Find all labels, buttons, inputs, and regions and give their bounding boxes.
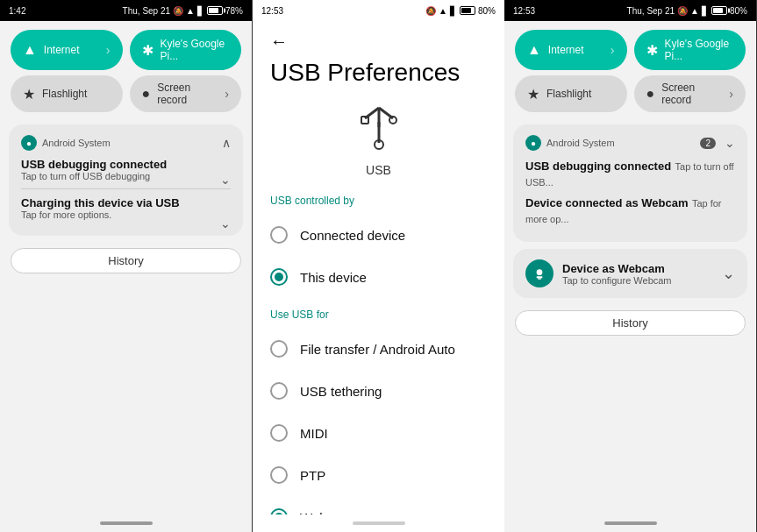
usb-content: ← USB Preferences USB USB controlled by	[253, 21, 504, 514]
left-tile-screenrecord[interactable]: ● Screen record ›	[130, 75, 242, 112]
left-history-button[interactable]: History	[11, 248, 241, 273]
right-history-button[interactable]: History	[515, 310, 746, 336]
radio-outer-file	[270, 340, 288, 358]
radio-outer-ptp	[270, 466, 288, 484]
radio-ptp[interactable]: PTP	[270, 454, 487, 496]
radio-usb-tethering[interactable]: USB tethering	[270, 370, 487, 412]
bluetooth-icon: ✱	[142, 42, 154, 59]
right-tile-screenrecord[interactable]: ● Screen record ›	[634, 75, 746, 112]
left-status-day: Thu, Sep 21	[123, 6, 170, 16]
right-signal-icon: ▋	[702, 6, 709, 16]
flashlight-icon-right: ★	[527, 86, 539, 103]
android-system-icon-right: ●	[525, 135, 541, 151]
record-icon-right: ●	[646, 86, 655, 102]
left-tile-screenrecord-label: Screen record	[157, 82, 218, 106]
left-tile-flashlight-label: Flashlight	[42, 88, 87, 100]
left-notif-title2: Charging this device via USB	[21, 196, 231, 209]
right-notif-badge: 2	[700, 138, 716, 149]
battery-icon	[207, 6, 223, 15]
right-status-bar: 12:53 Thu, Sep 21 🔕 ▲ ▋ 80%	[504, 0, 756, 21]
webcam-notif-icon	[525, 259, 553, 287]
left-tile-internet-label: Internet	[44, 44, 99, 56]
wifi-icon: ▲	[23, 42, 37, 58]
radio-file-transfer[interactable]: File transfer / Android Auto	[270, 328, 487, 370]
left-notif-app: Android System	[42, 138, 217, 148]
right-shade: ▲ Internet › ✱ Kyle's Google Pi... ★ Fla…	[504, 21, 756, 514]
left-quick-tiles-row2: ★ Flashlight ● Screen record ›	[0, 75, 252, 121]
right-notif-card: ● Android System 2 ⌄ USB debugging conne…	[513, 124, 747, 242]
radio-label-midi: MIDI	[300, 426, 328, 441]
mute-icon: 🔕	[173, 6, 183, 16]
left-notif-item1[interactable]: USB debugging connected Tap to turn off …	[21, 158, 231, 181]
use-for-label: Use USB for	[270, 309, 487, 321]
left-shade: ▲ Internet › ✱ Kyle's Google Pi... ★ Fla…	[0, 21, 252, 514]
record-icon: ●	[142, 86, 151, 102]
middle-mute-icon: 🔕	[425, 6, 436, 16]
left-nav-indicator	[0, 514, 252, 532]
left-notif-card: ● Android System ∧ USB debugging connect…	[9, 124, 243, 236]
right-notif-item1[interactable]: USB debugging connected Tap to turn off …	[525, 158, 735, 189]
middle-battery-text: 80%	[478, 6, 496, 16]
left-notif-title1: USB debugging connected	[21, 158, 231, 171]
right-tile-flashlight[interactable]: ★ Flashlight	[515, 75, 627, 112]
right-quick-tiles-row2: ★ Flashlight ● Screen record ›	[504, 75, 756, 121]
middle-panel: 12:53 🔕 ▲ ▋ 80% ← USB Preferences	[253, 0, 504, 532]
radio-outer-this-device	[270, 268, 288, 286]
right-notif-item2[interactable]: Device connected as Webcam Tap for more …	[525, 195, 735, 226]
chevron-down-icon-2[interactable]: ⌄	[220, 216, 231, 231]
radio-outer-webcam	[270, 508, 288, 514]
controlled-by-label: USB controlled by	[270, 195, 487, 207]
left-tile-internet[interactable]: ▲ Internet ›	[11, 30, 123, 70]
right-status-right: Thu, Sep 21 🔕 ▲ ▋ 80%	[627, 6, 747, 16]
middle-battery-icon	[460, 6, 475, 15]
radio-label-file: File transfer / Android Auto	[300, 342, 455, 357]
left-tile-bluetooth[interactable]: ✱ Kyle's Google Pi...	[130, 30, 242, 70]
right-status-left: 12:53	[513, 6, 535, 16]
radio-connected-device[interactable]: Connected device	[270, 214, 487, 256]
middle-nav-indicator	[253, 514, 504, 532]
chevron-right-icon-right: ›	[611, 43, 615, 57]
right-mute-icon: 🔕	[677, 6, 688, 16]
middle-time: 12:53	[261, 6, 283, 16]
right-tile-internet[interactable]: ▲ Internet ›	[515, 30, 627, 70]
right-battery-icon	[711, 6, 727, 15]
notif-divider	[21, 188, 231, 189]
right-notif-card2[interactable]: Device as Webcam Tap to configure Webcam…	[513, 249, 747, 298]
right-tile-bluetooth[interactable]: ✱ Kyle's Google Pi...	[634, 30, 746, 70]
left-tile-bluetooth-label: Kyle's Google Pi...	[161, 38, 230, 62]
right-notif-header: ● Android System 2 ⌄	[525, 135, 735, 151]
left-tile-flashlight[interactable]: ★ Flashlight	[11, 75, 123, 112]
radio-label-connected: Connected device	[300, 228, 405, 243]
left-status-bar: 1:42 Thu, Sep 21 🔕 ▲ ▋ 78%	[0, 0, 252, 21]
radio-midi[interactable]: MIDI	[270, 412, 487, 454]
radio-this-device[interactable]: This device	[270, 256, 487, 298]
battery-fill	[209, 8, 218, 13]
right-notif-app: Android System	[546, 138, 695, 148]
usb-label: USB	[366, 163, 391, 177]
right-tile-bluetooth-label: Kyle's Google Pi...	[665, 38, 734, 62]
back-button[interactable]: ←	[270, 21, 288, 59]
signal-icon: ▋	[197, 6, 204, 16]
middle-wifi-icon: ▲	[439, 6, 447, 16]
chevron-down-icon-webcam[interactable]: ⌄	[722, 264, 735, 283]
radio-webcam[interactable]: Webcam	[270, 496, 487, 514]
left-panel: 1:42 Thu, Sep 21 🔕 ▲ ▋ 78% ▲ Internet › …	[0, 0, 253, 532]
left-notif-item2[interactable]: Charging this device via USB Tap for mor…	[21, 196, 231, 220]
chevron-right-icon: ›	[106, 43, 111, 57]
middle-signal-icon: ▋	[450, 6, 457, 16]
right-tile-flashlight-label: Flashlight	[546, 88, 591, 100]
right-notif-title2: Device connected as Webcam	[525, 196, 688, 209]
right-home-indicator	[604, 521, 657, 525]
left-notif-header: ● Android System ∧	[21, 135, 231, 151]
svg-point-7	[537, 269, 543, 275]
middle-battery-fill	[461, 8, 471, 13]
radio-outer-midi	[270, 424, 288, 442]
left-status-left: 1:42	[9, 6, 25, 16]
chevron-down-icon-1[interactable]: ⌄	[220, 173, 231, 187]
middle-status-right: 🔕 ▲ ▋ 80%	[425, 6, 496, 16]
left-time: 1:42	[9, 6, 25, 16]
middle-home-indicator	[353, 521, 405, 525]
battery-text: 78%	[225, 6, 243, 16]
bluetooth-icon-right: ✱	[646, 42, 658, 59]
chevron-up-icon: ∧	[222, 136, 231, 150]
